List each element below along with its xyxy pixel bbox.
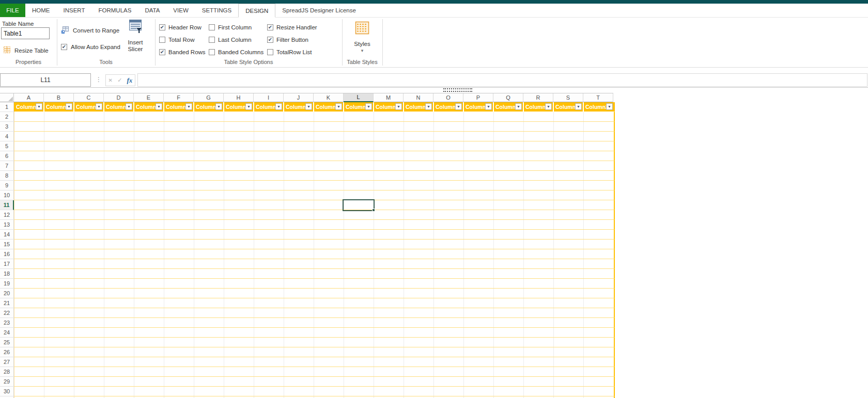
- cell-S23[interactable]: [554, 318, 584, 327]
- cell-S5[interactable]: [554, 141, 584, 151]
- cell-I4[interactable]: [254, 132, 284, 141]
- cell-J18[interactable]: [284, 269, 314, 278]
- cell-T22[interactable]: [584, 308, 614, 317]
- cell-P18[interactable]: [464, 269, 494, 278]
- cell-K19[interactable]: [314, 279, 344, 288]
- cell-E29[interactable]: [134, 377, 164, 386]
- cell-G12[interactable]: [194, 210, 224, 219]
- cell-H17[interactable]: [224, 259, 254, 268]
- cell-L7[interactable]: [344, 161, 374, 170]
- cell-P13[interactable]: [464, 220, 494, 229]
- cell-H13[interactable]: [224, 220, 254, 229]
- cell-O23[interactable]: [434, 318, 464, 327]
- cell-J14[interactable]: [284, 230, 314, 239]
- cell-A30[interactable]: [14, 387, 44, 396]
- cell-T12[interactable]: [584, 210, 614, 219]
- cell-K5[interactable]: [314, 141, 344, 151]
- cell-S26[interactable]: [554, 347, 584, 357]
- cell-C20[interactable]: [74, 289, 104, 298]
- cell-S2[interactable]: [554, 112, 584, 121]
- cell-C22[interactable]: [74, 308, 104, 317]
- table-header-cell-column14[interactable]: Column14▼: [404, 102, 434, 112]
- cell-C14[interactable]: [74, 230, 104, 239]
- cell-M6[interactable]: [374, 151, 404, 161]
- cell-R27[interactable]: [524, 357, 554, 367]
- cell-B17[interactable]: [44, 259, 74, 268]
- cell-D7[interactable]: [104, 161, 134, 170]
- cell-L20[interactable]: [344, 289, 374, 298]
- cell-T6[interactable]: [584, 151, 614, 161]
- cell-M12[interactable]: [374, 210, 404, 219]
- cell-H8[interactable]: [224, 171, 254, 180]
- cell-Q10[interactable]: [494, 190, 524, 200]
- cell-S25[interactable]: [554, 338, 584, 347]
- allow-auto-expand-checkbox[interactable]: ✔ Allow Auto Expand: [61, 44, 120, 50]
- column-header-J[interactable]: J: [284, 93, 314, 102]
- cell-P22[interactable]: [464, 308, 494, 317]
- cell-I16[interactable]: [254, 249, 284, 259]
- cell-L18[interactable]: [344, 269, 374, 278]
- cell-L26[interactable]: [344, 347, 374, 357]
- cell-L29[interactable]: [344, 377, 374, 386]
- cell-C4[interactable]: [74, 132, 104, 141]
- cell-G8[interactable]: [194, 171, 224, 180]
- filter-button[interactable]: ▼: [245, 103, 252, 110]
- cell-M7[interactable]: [374, 161, 404, 170]
- filter-button[interactable]: ▼: [485, 103, 492, 110]
- cell-J3[interactable]: [284, 122, 314, 131]
- cell-M27[interactable]: [374, 357, 404, 367]
- cell-P27[interactable]: [464, 357, 494, 367]
- row-header-30[interactable]: 30: [0, 387, 14, 396]
- cell-P29[interactable]: [464, 377, 494, 386]
- cell-N7[interactable]: [404, 161, 434, 170]
- cell-D15[interactable]: [104, 240, 134, 249]
- cell-O28[interactable]: [434, 367, 464, 376]
- cell-K27[interactable]: [314, 357, 344, 367]
- cell-N12[interactable]: [404, 210, 434, 219]
- cell-B23[interactable]: [44, 318, 74, 327]
- option-first-column[interactable]: First Column: [209, 24, 267, 30]
- cell-H9[interactable]: [224, 181, 254, 190]
- cell-A25[interactable]: [14, 338, 44, 347]
- cell-M4[interactable]: [374, 132, 404, 141]
- cell-O19[interactable]: [434, 279, 464, 288]
- cell-L13[interactable]: [344, 220, 374, 229]
- filter-button[interactable]: ▼: [126, 103, 132, 110]
- cell-I26[interactable]: [254, 347, 284, 357]
- cell-D3[interactable]: [104, 122, 134, 131]
- cell-G29[interactable]: [194, 377, 224, 386]
- cell-B20[interactable]: [44, 289, 74, 298]
- cell-H21[interactable]: [224, 298, 254, 308]
- cell-Q18[interactable]: [494, 269, 524, 278]
- tab-formulas[interactable]: FORMULAS: [91, 4, 138, 17]
- cell-Q12[interactable]: [494, 210, 524, 219]
- row-header-4[interactable]: 4: [0, 132, 14, 141]
- cell-C30[interactable]: [74, 387, 104, 396]
- cell-N21[interactable]: [404, 298, 434, 308]
- cell-I12[interactable]: [254, 210, 284, 219]
- cell-K20[interactable]: [314, 289, 344, 298]
- cell-H12[interactable]: [224, 210, 254, 219]
- cell-R8[interactable]: [524, 171, 554, 180]
- cell-R15[interactable]: [524, 240, 554, 249]
- cell-T18[interactable]: [584, 269, 614, 278]
- cell-D29[interactable]: [104, 377, 134, 386]
- table-header-cell-column11[interactable]: Column11▼: [314, 102, 344, 112]
- cell-Q4[interactable]: [494, 132, 524, 141]
- cell-P15[interactable]: [464, 240, 494, 249]
- cell-P20[interactable]: [464, 289, 494, 298]
- filter-button[interactable]: ▼: [96, 103, 102, 110]
- cell-F3[interactable]: [164, 122, 194, 131]
- cell-E14[interactable]: [134, 230, 164, 239]
- cell-P19[interactable]: [464, 279, 494, 288]
- cell-I3[interactable]: [254, 122, 284, 131]
- cell-K16[interactable]: [314, 249, 344, 259]
- cell-S4[interactable]: [554, 132, 584, 141]
- cell-G24[interactable]: [194, 328, 224, 337]
- cell-L9[interactable]: [344, 181, 374, 190]
- table-header-cell-column7[interactable]: Column7▼: [194, 102, 224, 112]
- cell-S30[interactable]: [554, 387, 584, 396]
- cell-K3[interactable]: [314, 122, 344, 131]
- row-header-5[interactable]: 5: [0, 141, 14, 151]
- cell-I17[interactable]: [254, 259, 284, 268]
